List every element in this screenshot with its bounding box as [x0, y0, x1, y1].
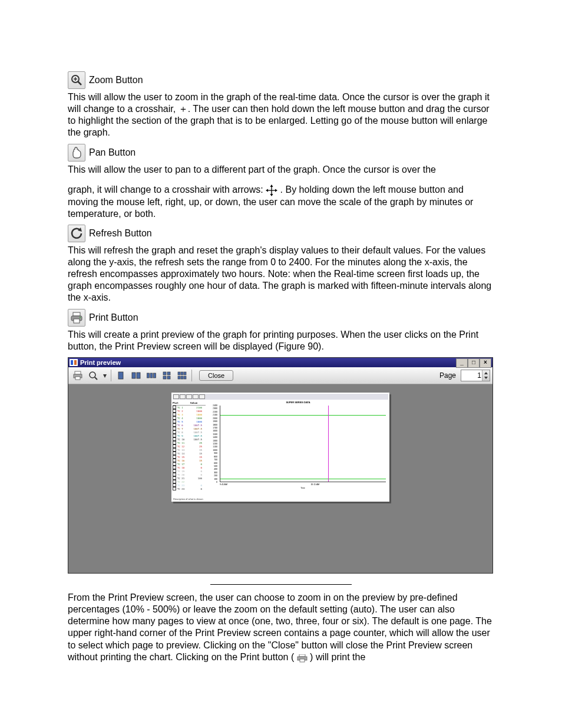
- zoom-title: Zoom Button: [89, 75, 143, 85]
- svg-rect-27: [167, 372, 170, 375]
- pan-icon: [68, 144, 85, 162]
- pan-section: Pan Button This will allow the user to p…: [68, 144, 494, 220]
- series-row: TC 81807.5: [173, 430, 206, 434]
- toolbar-two-page-button[interactable]: [129, 368, 143, 383]
- inline-print-icon: [297, 654, 308, 662]
- series-row: TC 101807.5: [173, 437, 206, 441]
- series-row: TC 170: [173, 462, 206, 466]
- series-row: TC 1515: [173, 455, 206, 459]
- svg-rect-11: [73, 312, 80, 316]
- series-row: TC 200: [173, 473, 206, 476]
- svg-line-19: [95, 377, 97, 380]
- x-tick: 10:15 AM: [310, 483, 319, 488]
- toolbar-zoom-button[interactable]: [86, 368, 100, 383]
- series-row: TC 91807.5: [173, 434, 206, 437]
- toolbar-print-button[interactable]: [71, 368, 85, 383]
- svg-rect-28: [163, 376, 166, 379]
- svg-point-18: [90, 372, 95, 378]
- zoom-section: Zoom Button This will allow the user to …: [68, 71, 494, 139]
- page-label: Page: [439, 371, 456, 380]
- pan-title: Pan Button: [89, 147, 135, 158]
- series-row: TC 61807.5: [173, 423, 206, 427]
- refresh-section: Refresh Button This will refresh the gra…: [68, 225, 494, 304]
- svg-rect-30: [178, 372, 180, 375]
- svg-rect-15: [75, 371, 81, 374]
- list-header-value: Value: [190, 401, 197, 404]
- preview-toolbar: ▾ Close Page 1: [68, 367, 492, 384]
- preview-canvas: Plot Value TC 12100TC 21800TC 31800TC 41…: [68, 384, 492, 573]
- svg-rect-17: [75, 377, 80, 380]
- svg-rect-34: [181, 376, 183, 379]
- svg-rect-24: [150, 373, 153, 378]
- refresh-title: Refresh Button: [89, 228, 152, 239]
- maximize-button[interactable]: □: [468, 358, 480, 368]
- svg-rect-38: [300, 659, 305, 662]
- chart-area: SUPER SERIES DATA 2400230022002100200019…: [208, 401, 388, 490]
- list-header-plot: Plot: [173, 401, 190, 404]
- series-row: TC 31800: [173, 413, 206, 416]
- x-axis-label: Time: [300, 487, 305, 489]
- toolbar-six-page-button[interactable]: [175, 368, 189, 383]
- toolbar-close-button[interactable]: Close: [199, 370, 233, 381]
- preview-page: Plot Value TC 12100TC 21800TC 31800TC 41…: [171, 393, 389, 502]
- page-spinner[interactable]: 1: [461, 370, 490, 381]
- series-row: TC 21800: [173, 409, 206, 413]
- svg-rect-32: [184, 372, 186, 375]
- svg-rect-21: [132, 373, 135, 378]
- series-row: TC 1615: [173, 459, 206, 462]
- print-preview-window: Print preview _ □ × ▾: [68, 357, 493, 574]
- series-row: TC 180: [173, 466, 206, 469]
- series-row: TC 12100: [173, 406, 206, 409]
- series-row: TC 1415: [173, 452, 206, 455]
- svg-line-1: [78, 82, 82, 85]
- print-title: Print Button: [89, 312, 138, 323]
- series-row: TC 41800: [173, 416, 206, 420]
- after-body: From the Print Preview screen, the user …: [68, 592, 494, 663]
- paper-footer: Description of what is shown: [173, 498, 203, 500]
- zoom-body: This will allow the user to zoom in the …: [68, 91, 494, 139]
- print-icon: [68, 309, 85, 327]
- svg-marker-7: [270, 194, 273, 196]
- series-row: TC 1125: [173, 441, 206, 444]
- svg-point-14: [80, 317, 81, 318]
- toolbar-three-page-button[interactable]: [144, 368, 158, 383]
- pan-body-1: This will allow the user to pan to a dif…: [68, 164, 494, 176]
- series-row: TC 51800: [173, 420, 206, 423]
- window-app-icon: [70, 359, 78, 366]
- series-list: Plot Value TC 12100TC 21800TC 31800TC 41…: [173, 401, 206, 490]
- x-axis: 9:45 AM Time 10:15 AM: [220, 483, 386, 488]
- toolbar-one-page-button[interactable]: [114, 368, 128, 383]
- toolbar-separator: [111, 370, 111, 381]
- x-tick: 9:45 AM: [220, 483, 227, 488]
- mini-toolbar: [173, 394, 388, 400]
- window-title: Print preview: [80, 359, 121, 366]
- svg-rect-23: [147, 373, 150, 378]
- svg-rect-13: [74, 319, 80, 323]
- pan-body-2: graph, it will change to a crosshair wit…: [68, 184, 494, 220]
- plot: [220, 406, 386, 482]
- series-row: TC 1225: [173, 444, 206, 448]
- pan-body-2-pre: graph, it will change to a crosshair wit…: [68, 185, 266, 195]
- series-row: TC 230: [173, 483, 206, 487]
- svg-rect-20: [118, 372, 123, 379]
- refresh-body: This will refresh the graph and reset th…: [68, 245, 494, 304]
- toolbar-zoom-dropdown[interactable]: ▾: [101, 368, 108, 383]
- minimize-button[interactable]: _: [456, 358, 468, 368]
- toolbar-four-page-button[interactable]: [160, 368, 174, 383]
- print-section: Print Button This will create a print pr…: [68, 309, 494, 353]
- svg-rect-25: [154, 373, 156, 378]
- print-body: This will create a print preview of the …: [68, 329, 494, 353]
- after-body-post: ) will print the: [310, 652, 365, 662]
- close-window-button[interactable]: ×: [480, 358, 491, 368]
- toolbar-separator: [191, 370, 192, 381]
- zoom-icon: [68, 71, 85, 89]
- move-cursor-icon: [266, 185, 277, 196]
- divider: [210, 584, 352, 585]
- window-titlebar: Print preview _ □ ×: [68, 358, 492, 367]
- spinner-arrows-icon[interactable]: [482, 370, 490, 381]
- chart-title: SUPER SERIES DATA: [208, 401, 388, 404]
- svg-rect-35: [184, 376, 186, 379]
- series-row: TC 1315: [173, 448, 206, 452]
- series-row: TC 240: [173, 487, 206, 490]
- svg-rect-36: [299, 654, 305, 657]
